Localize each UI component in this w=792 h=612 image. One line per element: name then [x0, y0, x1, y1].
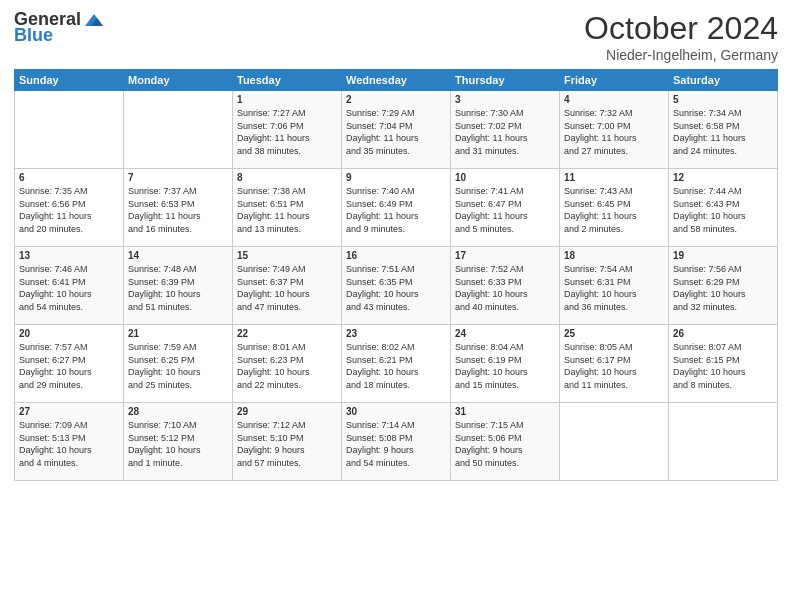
logo: General Blue: [14, 10, 105, 46]
col-header-thursday: Thursday: [451, 70, 560, 91]
day-cell: 1Sunrise: 7:27 AM Sunset: 7:06 PM Daylig…: [233, 91, 342, 169]
day-cell: 5Sunrise: 7:34 AM Sunset: 6:58 PM Daylig…: [669, 91, 778, 169]
col-header-friday: Friday: [560, 70, 669, 91]
day-number: 19: [673, 250, 773, 261]
day-detail: Sunrise: 8:04 AM Sunset: 6:19 PM Dayligh…: [455, 341, 555, 391]
logo-blue: Blue: [14, 26, 53, 46]
week-row-5: 27Sunrise: 7:09 AM Sunset: 5:13 PM Dayli…: [15, 403, 778, 481]
day-cell: [15, 91, 124, 169]
day-number: 30: [346, 406, 446, 417]
day-cell: 28Sunrise: 7:10 AM Sunset: 5:12 PM Dayli…: [124, 403, 233, 481]
location-title: Nieder-Ingelheim, Germany: [584, 47, 778, 63]
day-number: 13: [19, 250, 119, 261]
day-detail: Sunrise: 7:29 AM Sunset: 7:04 PM Dayligh…: [346, 107, 446, 157]
calendar-table: SundayMondayTuesdayWednesdayThursdayFrid…: [14, 69, 778, 481]
day-cell: 25Sunrise: 8:05 AM Sunset: 6:17 PM Dayli…: [560, 325, 669, 403]
week-row-1: 1Sunrise: 7:27 AM Sunset: 7:06 PM Daylig…: [15, 91, 778, 169]
logo-icon: [83, 12, 105, 28]
day-detail: Sunrise: 7:52 AM Sunset: 6:33 PM Dayligh…: [455, 263, 555, 313]
day-cell: 30Sunrise: 7:14 AM Sunset: 5:08 PM Dayli…: [342, 403, 451, 481]
day-cell: 22Sunrise: 8:01 AM Sunset: 6:23 PM Dayli…: [233, 325, 342, 403]
day-number: 12: [673, 172, 773, 183]
day-detail: Sunrise: 7:15 AM Sunset: 5:06 PM Dayligh…: [455, 419, 555, 469]
day-cell: 10Sunrise: 7:41 AM Sunset: 6:47 PM Dayli…: [451, 169, 560, 247]
day-cell: 17Sunrise: 7:52 AM Sunset: 6:33 PM Dayli…: [451, 247, 560, 325]
day-cell: 8Sunrise: 7:38 AM Sunset: 6:51 PM Daylig…: [233, 169, 342, 247]
col-header-tuesday: Tuesday: [233, 70, 342, 91]
month-title: October 2024: [584, 10, 778, 47]
page-container: General Blue October 2024 Nieder-Ingelhe…: [0, 0, 792, 489]
day-cell: 6Sunrise: 7:35 AM Sunset: 6:56 PM Daylig…: [15, 169, 124, 247]
day-detail: Sunrise: 7:14 AM Sunset: 5:08 PM Dayligh…: [346, 419, 446, 469]
day-number: 21: [128, 328, 228, 339]
week-row-3: 13Sunrise: 7:46 AM Sunset: 6:41 PM Dayli…: [15, 247, 778, 325]
day-number: 11: [564, 172, 664, 183]
day-detail: Sunrise: 7:30 AM Sunset: 7:02 PM Dayligh…: [455, 107, 555, 157]
day-cell: 24Sunrise: 8:04 AM Sunset: 6:19 PM Dayli…: [451, 325, 560, 403]
day-detail: Sunrise: 7:41 AM Sunset: 6:47 PM Dayligh…: [455, 185, 555, 235]
day-cell: [124, 91, 233, 169]
day-number: 23: [346, 328, 446, 339]
day-cell: 27Sunrise: 7:09 AM Sunset: 5:13 PM Dayli…: [15, 403, 124, 481]
day-detail: Sunrise: 7:49 AM Sunset: 6:37 PM Dayligh…: [237, 263, 337, 313]
day-cell: 13Sunrise: 7:46 AM Sunset: 6:41 PM Dayli…: [15, 247, 124, 325]
day-detail: Sunrise: 7:27 AM Sunset: 7:06 PM Dayligh…: [237, 107, 337, 157]
day-detail: Sunrise: 7:10 AM Sunset: 5:12 PM Dayligh…: [128, 419, 228, 469]
day-detail: Sunrise: 8:01 AM Sunset: 6:23 PM Dayligh…: [237, 341, 337, 391]
header-row: SundayMondayTuesdayWednesdayThursdayFrid…: [15, 70, 778, 91]
day-cell: 4Sunrise: 7:32 AM Sunset: 7:00 PM Daylig…: [560, 91, 669, 169]
day-number: 8: [237, 172, 337, 183]
day-number: 4: [564, 94, 664, 105]
day-cell: 12Sunrise: 7:44 AM Sunset: 6:43 PM Dayli…: [669, 169, 778, 247]
day-cell: 19Sunrise: 7:56 AM Sunset: 6:29 PM Dayli…: [669, 247, 778, 325]
day-detail: Sunrise: 7:51 AM Sunset: 6:35 PM Dayligh…: [346, 263, 446, 313]
day-number: 15: [237, 250, 337, 261]
day-number: 29: [237, 406, 337, 417]
day-number: 17: [455, 250, 555, 261]
day-detail: Sunrise: 8:05 AM Sunset: 6:17 PM Dayligh…: [564, 341, 664, 391]
day-detail: Sunrise: 7:46 AM Sunset: 6:41 PM Dayligh…: [19, 263, 119, 313]
day-cell: 11Sunrise: 7:43 AM Sunset: 6:45 PM Dayli…: [560, 169, 669, 247]
day-detail: Sunrise: 7:59 AM Sunset: 6:25 PM Dayligh…: [128, 341, 228, 391]
day-number: 7: [128, 172, 228, 183]
day-detail: Sunrise: 7:35 AM Sunset: 6:56 PM Dayligh…: [19, 185, 119, 235]
week-row-2: 6Sunrise: 7:35 AM Sunset: 6:56 PM Daylig…: [15, 169, 778, 247]
day-cell: 15Sunrise: 7:49 AM Sunset: 6:37 PM Dayli…: [233, 247, 342, 325]
day-number: 2: [346, 94, 446, 105]
day-number: 26: [673, 328, 773, 339]
day-number: 31: [455, 406, 555, 417]
day-number: 1: [237, 94, 337, 105]
day-detail: Sunrise: 8:02 AM Sunset: 6:21 PM Dayligh…: [346, 341, 446, 391]
week-row-4: 20Sunrise: 7:57 AM Sunset: 6:27 PM Dayli…: [15, 325, 778, 403]
day-cell: 7Sunrise: 7:37 AM Sunset: 6:53 PM Daylig…: [124, 169, 233, 247]
day-detail: Sunrise: 7:38 AM Sunset: 6:51 PM Dayligh…: [237, 185, 337, 235]
col-header-monday: Monday: [124, 70, 233, 91]
day-cell: 29Sunrise: 7:12 AM Sunset: 5:10 PM Dayli…: [233, 403, 342, 481]
day-detail: Sunrise: 7:44 AM Sunset: 6:43 PM Dayligh…: [673, 185, 773, 235]
day-cell: 21Sunrise: 7:59 AM Sunset: 6:25 PM Dayli…: [124, 325, 233, 403]
day-number: 14: [128, 250, 228, 261]
day-cell: 18Sunrise: 7:54 AM Sunset: 6:31 PM Dayli…: [560, 247, 669, 325]
day-detail: Sunrise: 7:48 AM Sunset: 6:39 PM Dayligh…: [128, 263, 228, 313]
header: General Blue October 2024 Nieder-Ingelhe…: [14, 10, 778, 63]
day-number: 16: [346, 250, 446, 261]
day-cell: 14Sunrise: 7:48 AM Sunset: 6:39 PM Dayli…: [124, 247, 233, 325]
day-number: 28: [128, 406, 228, 417]
day-cell: 26Sunrise: 8:07 AM Sunset: 6:15 PM Dayli…: [669, 325, 778, 403]
day-detail: Sunrise: 7:34 AM Sunset: 6:58 PM Dayligh…: [673, 107, 773, 157]
day-detail: Sunrise: 7:54 AM Sunset: 6:31 PM Dayligh…: [564, 263, 664, 313]
day-cell: 20Sunrise: 7:57 AM Sunset: 6:27 PM Dayli…: [15, 325, 124, 403]
day-number: 10: [455, 172, 555, 183]
day-detail: Sunrise: 7:37 AM Sunset: 6:53 PM Dayligh…: [128, 185, 228, 235]
day-number: 5: [673, 94, 773, 105]
day-cell: [669, 403, 778, 481]
title-block: October 2024 Nieder-Ingelheim, Germany: [584, 10, 778, 63]
day-detail: Sunrise: 7:57 AM Sunset: 6:27 PM Dayligh…: [19, 341, 119, 391]
col-header-wednesday: Wednesday: [342, 70, 451, 91]
day-cell: 23Sunrise: 8:02 AM Sunset: 6:21 PM Dayli…: [342, 325, 451, 403]
col-header-sunday: Sunday: [15, 70, 124, 91]
day-number: 22: [237, 328, 337, 339]
day-cell: 16Sunrise: 7:51 AM Sunset: 6:35 PM Dayli…: [342, 247, 451, 325]
day-cell: 9Sunrise: 7:40 AM Sunset: 6:49 PM Daylig…: [342, 169, 451, 247]
day-number: 18: [564, 250, 664, 261]
